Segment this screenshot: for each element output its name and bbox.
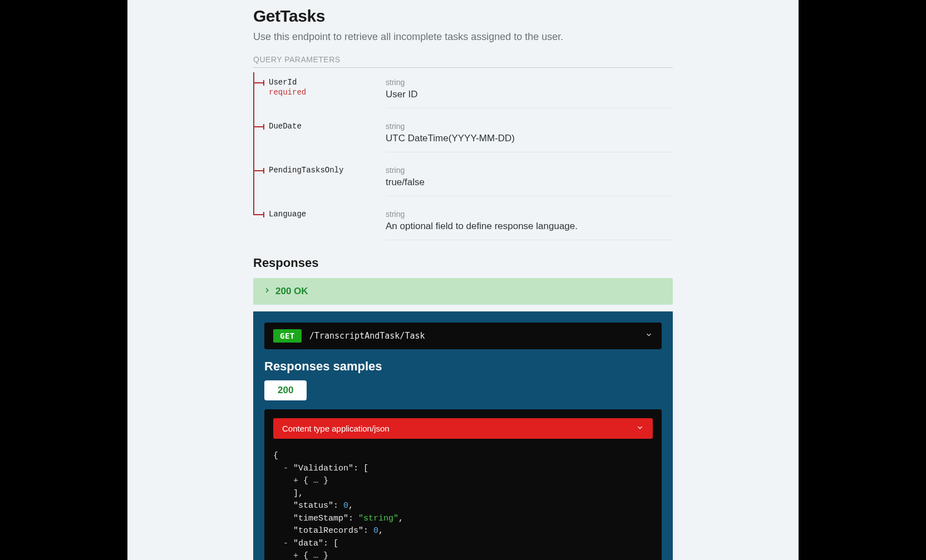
chevron-right-icon	[263, 286, 271, 296]
json-punct: ,	[398, 514, 403, 523]
json-number: 0	[373, 526, 378, 536]
content-column: GetTasks Use this endpoint to retrieve a…	[253, 7, 673, 560]
json-punct: ],	[293, 489, 303, 498]
expand-toggle-icon[interactable]: +	[293, 551, 298, 560]
collapse-toggle-icon[interactable]: -	[283, 464, 288, 473]
param-desc: true/false	[386, 177, 673, 188]
expand-toggle-icon[interactable]: +	[293, 476, 298, 485]
json-punct: ,	[378, 526, 383, 536]
param-row-duedate: DueDate string UTC DateTime(YYYY-MM-DD)	[253, 116, 673, 160]
json-collapsed: { … }	[298, 551, 328, 560]
chevron-down-icon	[645, 331, 653, 341]
json-punct: : [	[323, 539, 338, 548]
collapse-toggle-icon[interactable]: -	[283, 539, 288, 548]
json-number: 0	[343, 501, 348, 511]
param-name: DueDate	[269, 122, 302, 131]
param-row-userid: UserId required string User ID	[253, 72, 673, 116]
json-punct: :	[363, 526, 373, 536]
param-type: string	[386, 210, 673, 219]
json-punct: :	[333, 501, 343, 511]
param-row-language: Language string An optional field to def…	[253, 204, 673, 248]
param-desc: UTC DateTime(YYYY-MM-DD)	[386, 133, 673, 144]
param-type: string	[386, 78, 673, 87]
param-type: string	[386, 122, 673, 131]
endpoint-path: /TranscriptAndTask/Task	[309, 331, 637, 341]
param-name-col: UserId required	[253, 78, 386, 97]
content-type-label: Content type application/json	[282, 424, 636, 433]
param-desc-col: string An optional field to define respo…	[386, 210, 673, 240]
responses-heading: Responses	[253, 256, 673, 270]
json-key: "Validation"	[293, 464, 353, 473]
param-name: Language	[269, 210, 306, 219]
query-parameters-label: QUERY PARAMETERS	[253, 55, 673, 68]
response-status-row[interactable]: 200 OK	[253, 278, 673, 305]
json-key: "status"	[293, 501, 333, 511]
param-desc-col: string UTC DateTime(YYYY-MM-DD)	[386, 122, 673, 152]
http-method-badge: GET	[273, 329, 302, 343]
json-key: "timeStamp"	[293, 514, 348, 523]
endpoint-bar[interactable]: GET /TranscriptAndTask/Task	[264, 323, 662, 349]
param-desc-col: string true/false	[386, 166, 673, 196]
page: GetTasks Use this endpoint to retrieve a…	[127, 0, 799, 560]
code-box: Content type application/json { - "Valid…	[264, 409, 662, 560]
param-name-col: PendingTasksOnly	[253, 166, 386, 175]
param-required-label: required	[269, 88, 386, 97]
json-line: {	[273, 451, 278, 460]
endpoint-title: GetTasks	[253, 7, 673, 26]
responses-samples-heading: Responses samples	[264, 359, 662, 374]
endpoint-description: Use this endpoint to retrieve all incomp…	[253, 31, 673, 43]
param-row-pendingtasksonly: PendingTasksOnly string true/false	[253, 160, 673, 204]
param-desc: User ID	[386, 89, 673, 100]
json-collapsed: { … }	[298, 476, 328, 485]
json-punct: :	[348, 514, 358, 523]
param-desc: An optional field to define response lan…	[386, 221, 673, 232]
param-type: string	[386, 166, 673, 175]
param-name-col: Language	[253, 210, 386, 219]
json-key: "data"	[293, 539, 323, 548]
json-response-body: { - "Validation": [ + { … } ], "status":…	[273, 450, 653, 560]
query-parameters-table: UserId required string User ID DueDate s…	[253, 68, 673, 248]
param-desc-col: string User ID	[386, 78, 673, 108]
chevron-down-icon	[636, 424, 644, 433]
json-string: "string"	[358, 514, 398, 523]
param-name: UserId	[269, 78, 297, 87]
sample-status-tab[interactable]: 200	[264, 380, 307, 400]
json-key: "totalRecords"	[293, 526, 363, 536]
sample-panel: GET /TranscriptAndTask/Task Responses sa…	[253, 311, 673, 560]
param-name-col: DueDate	[253, 122, 386, 131]
param-name: PendingTasksOnly	[269, 166, 343, 175]
json-punct: : [	[353, 464, 368, 473]
content-type-selector[interactable]: Content type application/json	[273, 418, 653, 439]
json-punct: ,	[348, 501, 353, 511]
response-status-code: 200 OK	[275, 286, 308, 297]
